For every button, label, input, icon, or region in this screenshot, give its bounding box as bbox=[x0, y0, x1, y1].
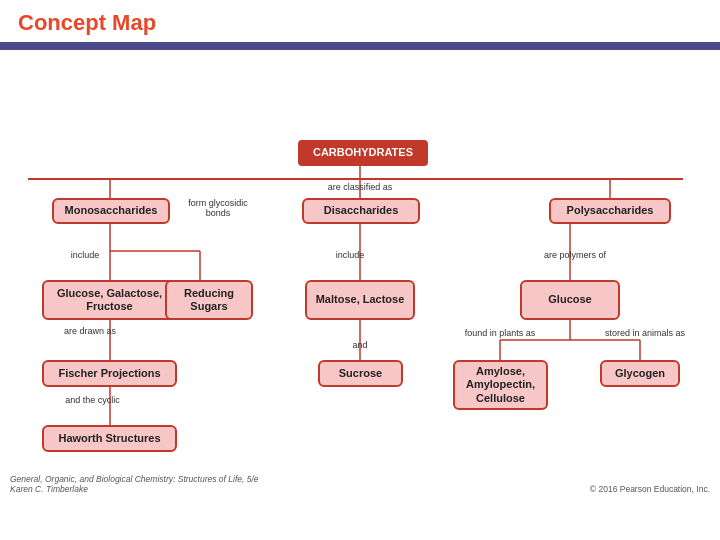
fischer-node: Fischer Projections bbox=[42, 360, 177, 387]
label-include-left: include bbox=[55, 250, 115, 260]
label-drawn-as: are drawn as bbox=[50, 326, 130, 336]
label-and: and bbox=[340, 340, 380, 350]
polysaccharides-node: Polysaccharides bbox=[549, 198, 671, 224]
amylose-node: Amylose, Amylopectin, Cellulose bbox=[453, 360, 548, 410]
label-classified-as: are classified as bbox=[290, 182, 430, 192]
monosaccharides-node: Monosaccharides bbox=[52, 198, 170, 224]
glycogen-node: Glycogen bbox=[600, 360, 680, 387]
label-polymers-of: are polymers of bbox=[530, 250, 620, 260]
glucose-gal-fru-node: Glucose, Galactose, Fructose bbox=[42, 280, 177, 320]
sucrose-node: Sucrose bbox=[318, 360, 403, 387]
page-title: Concept Map bbox=[0, 0, 720, 42]
label-and-cyclic: and the cyclic bbox=[50, 395, 135, 405]
header-bar bbox=[0, 42, 720, 50]
reducing-sugars-node: Reducing Sugars bbox=[165, 280, 253, 320]
haworth-node: Haworth Structures bbox=[42, 425, 177, 452]
carbohydrates-node: CARBOHYDRATES bbox=[298, 140, 428, 166]
glucose-poly-node: Glucose bbox=[520, 280, 620, 320]
label-stored-animals: stored in animals as bbox=[600, 328, 690, 338]
label-glycosidic: form glycosidic bonds bbox=[178, 198, 258, 218]
label-include-right: include bbox=[320, 250, 380, 260]
footer-right: © 2016 Pearson Education, Inc. bbox=[590, 484, 710, 494]
disaccharides-node: Disaccharides bbox=[302, 198, 420, 224]
label-found-plants: found in plants as bbox=[455, 328, 545, 338]
maltose-lactose-node: Maltose, Lactose bbox=[305, 280, 415, 320]
svg-rect-0 bbox=[28, 178, 683, 180]
footer-left: General, Organic, and Biological Chemist… bbox=[10, 474, 259, 494]
diagram-area: CARBOHYDRATES are classified as Monosacc… bbox=[0, 50, 720, 500]
